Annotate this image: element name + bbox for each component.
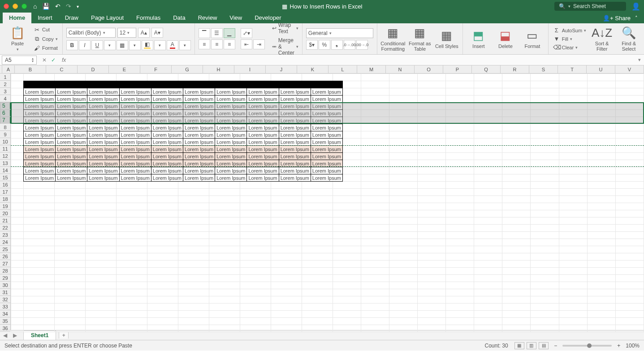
accounting-format-button[interactable]: $▾ xyxy=(306,40,318,50)
data-cell[interactable]: Lorem Ipsum xyxy=(56,174,87,182)
fill-button[interactable]: ▼Fill xyxy=(552,35,587,43)
data-cell[interactable]: Lorem Ipsum xyxy=(279,131,311,139)
copy-button[interactable]: ⧉Copy xyxy=(32,35,59,43)
data-cell[interactable]: Lorem Ipsum xyxy=(215,153,247,160)
data-cell[interactable]: Lorem Ipsum xyxy=(24,139,56,146)
data-cell[interactable]: Lorem Ipsum xyxy=(87,174,119,182)
insert-cells-button[interactable]: ⬒Insert xyxy=(467,29,491,49)
data-cell[interactable]: Lorem Ipsum xyxy=(87,131,119,139)
data-cell[interactable]: Lorem Ipsum xyxy=(151,153,183,160)
normal-view-button[interactable]: ▦ xyxy=(514,342,524,349)
borders-button[interactable]: ▦ xyxy=(117,40,128,50)
data-cell[interactable]: Lorem Ipsum xyxy=(279,146,311,153)
column-header-F[interactable]: F xyxy=(140,65,172,73)
name-box[interactable]: A5 ▴▾ xyxy=(2,56,37,65)
enter-icon[interactable]: ✓ xyxy=(51,57,56,63)
account-icon[interactable]: 👤 xyxy=(631,2,640,11)
zoom-out-button[interactable]: − xyxy=(554,343,557,349)
data-cell[interactable]: Lorem Ipsum xyxy=(183,96,215,103)
data-cell[interactable]: Lorem Ipsum xyxy=(215,88,247,96)
data-cell[interactable]: Lorem Ipsum xyxy=(215,96,247,103)
data-cell[interactable]: Lorem Ipsum xyxy=(247,139,279,146)
redo-icon[interactable]: ↷ xyxy=(66,3,71,10)
data-cell[interactable]: Lorem Ipsum xyxy=(183,146,215,153)
data-cell[interactable] xyxy=(56,81,87,88)
data-cell[interactable]: Lorem Ipsum xyxy=(183,124,215,131)
data-cell[interactable]: Lorem Ipsum xyxy=(24,103,56,110)
column-header-O[interactable]: O xyxy=(415,65,443,73)
row-header-10[interactable]: 10 xyxy=(0,138,10,145)
row-header-18[interactable]: 18 xyxy=(0,195,10,203)
data-cell[interactable] xyxy=(24,81,56,88)
data-cell[interactable]: Lorem Ipsum xyxy=(87,160,119,167)
data-cell[interactable]: Lorem Ipsum xyxy=(151,174,183,182)
data-cell[interactable] xyxy=(87,81,119,88)
data-cell[interactable]: Lorem Ipsum xyxy=(183,117,215,124)
column-header-D[interactable]: D xyxy=(78,65,109,73)
cell-styles-button[interactable]: ▦Cell Styles xyxy=(435,29,459,49)
zoom-slider[interactable] xyxy=(562,345,612,347)
data-cell[interactable]: Lorem Ipsum xyxy=(87,167,119,174)
row-header-6[interactable]: 6 xyxy=(0,109,11,117)
data-cell[interactable]: Lorem Ipsum xyxy=(119,124,151,131)
data-cell[interactable]: Lorem Ipsum xyxy=(247,117,279,124)
data-cell[interactable]: Lorem Ipsum xyxy=(56,131,87,139)
data-cell[interactable]: Lorem Ipsum xyxy=(247,110,279,117)
data-cell[interactable]: Lorem Ipsum xyxy=(56,146,87,153)
column-header-V[interactable]: V xyxy=(615,65,644,73)
row-header-2[interactable]: 2 xyxy=(0,81,10,88)
data-cell[interactable]: Lorem Ipsum xyxy=(183,153,215,160)
row-header-20[interactable]: 20 xyxy=(0,210,10,217)
data-cell[interactable]: Lorem Ipsum xyxy=(87,103,119,110)
find-select-button[interactable]: 🔍Find & Select xyxy=(617,26,641,52)
row-header-19[interactable]: 19 xyxy=(0,203,10,210)
data-cell[interactable]: Lorem Ipsum xyxy=(247,103,279,110)
tab-formulas[interactable]: Formulas xyxy=(130,13,167,23)
clear-button[interactable]: ⌫Clear xyxy=(552,43,587,51)
data-cell[interactable]: Lorem Ipsum xyxy=(215,124,247,131)
data-cell[interactable]: Lorem Ipsum xyxy=(119,131,151,139)
row-header-24[interactable]: 24 xyxy=(0,239,10,246)
row-header-8[interactable]: 8 xyxy=(0,124,10,131)
data-cell[interactable]: Lorem Ipsum xyxy=(151,167,183,174)
column-header-B[interactable]: B xyxy=(15,65,46,73)
expand-formula-bar-icon[interactable]: ▾ xyxy=(635,57,644,63)
page-break-view-button[interactable]: ▤ xyxy=(539,342,549,349)
next-sheet-button[interactable]: ▶ xyxy=(10,332,20,339)
column-header-E[interactable]: E xyxy=(109,65,140,73)
data-cell[interactable]: Lorem Ipsum xyxy=(215,103,247,110)
data-cell[interactable]: Lorem Ipsum xyxy=(279,160,311,167)
data-cell[interactable]: Lorem Ipsum xyxy=(311,88,342,96)
data-cell[interactable]: Lorem Ipsum xyxy=(24,124,56,131)
data-cell[interactable]: Lorem Ipsum xyxy=(119,167,151,174)
data-cell[interactable]: Lorem Ipsum xyxy=(119,160,151,167)
column-header-A[interactable]: A xyxy=(2,65,15,73)
prev-sheet-button[interactable]: ◀ xyxy=(0,332,10,339)
data-cell[interactable]: Lorem Ipsum xyxy=(87,96,119,103)
row-header-16[interactable]: 16 xyxy=(0,181,10,188)
data-cell[interactable]: Lorem Ipsum xyxy=(24,174,56,182)
data-cell[interactable]: Lorem Ipsum xyxy=(151,117,183,124)
data-cell[interactable]: Lorem Ipsum xyxy=(24,110,56,117)
percent-format-button[interactable]: % xyxy=(319,40,330,50)
data-cell[interactable]: Lorem Ipsum xyxy=(311,103,342,110)
column-header-M[interactable]: M xyxy=(357,65,386,73)
chevron-down-icon[interactable]: ▾ xyxy=(17,47,19,52)
cut-button[interactable]: ✂Cut xyxy=(32,26,59,34)
data-cell[interactable]: Lorem Ipsum xyxy=(183,160,215,167)
data-cell[interactable]: Lorem Ipsum xyxy=(183,103,215,110)
data-cell[interactable]: Lorem Ipsum xyxy=(311,117,342,124)
data-cell[interactable] xyxy=(311,81,342,88)
worksheet-grid[interactable]: 1234567891011121314151617181920212223242… xyxy=(0,74,644,330)
data-cell[interactable]: Lorem Ipsum xyxy=(56,124,87,131)
column-header-G[interactable]: G xyxy=(172,65,203,73)
align-bottom-button[interactable]: ▁ xyxy=(224,28,235,38)
delete-cells-button[interactable]: ⬓Delete xyxy=(493,29,518,49)
data-cell[interactable]: Lorem Ipsum xyxy=(24,167,56,174)
search-sheet-field[interactable]: 🔍 ▾ Search Sheet xyxy=(554,2,626,11)
page-layout-view-button[interactable]: ▥ xyxy=(527,342,536,349)
data-cell[interactable]: Lorem Ipsum xyxy=(151,124,183,131)
increase-decimal-button[interactable]: .0→.00 xyxy=(344,40,355,50)
column-header-C[interactable]: C xyxy=(46,65,78,73)
row-header-29[interactable]: 29 xyxy=(0,274,10,282)
